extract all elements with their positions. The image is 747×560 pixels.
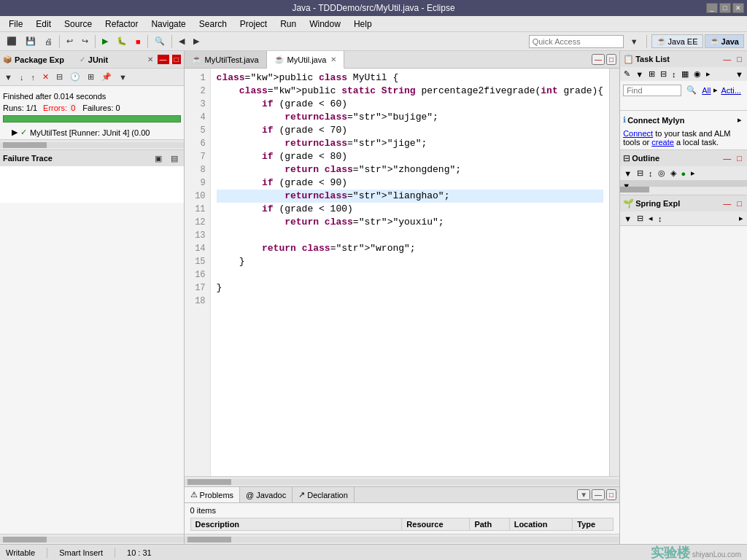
tl-more-btn[interactable]: ▼	[733, 69, 746, 80]
tl-new[interactable]: ✎	[622, 68, 632, 80]
code-line-5[interactable]: if (grade < 70)	[217, 124, 604, 137]
code-line-11[interactable]: if (grade < 100)	[217, 203, 604, 216]
junit-prev-failure[interactable]: ↑	[28, 71, 38, 83]
code-line-10[interactable]: returnclass="str">"lianghao";	[217, 190, 604, 203]
tab-myutil[interactable]: ☕ MyUtil.java ✕	[267, 51, 345, 69]
junit-tab[interactable]: JUnit	[88, 55, 144, 64]
code-line-8[interactable]: return class="str">"zhongdeng";	[217, 163, 604, 176]
spring-btn4[interactable]: ↕	[656, 213, 665, 225]
toolbar-save[interactable]: 💾	[22, 34, 39, 48]
tab-javadoc[interactable]: @ Javadoc	[240, 487, 293, 502]
myutil-tab-close[interactable]: ✕	[330, 55, 336, 63]
tl-acti[interactable]: Acti...	[721, 86, 741, 95]
junit-layout[interactable]: ⊞	[85, 71, 97, 83]
editor-horiz-scroll[interactable]	[185, 476, 620, 486]
menu-run[interactable]: Run	[274, 18, 302, 31]
spring-btn1[interactable]: ▼	[622, 213, 634, 225]
mylyn-create-link[interactable]: create	[651, 138, 674, 147]
toolbar-stop[interactable]: ■	[132, 35, 144, 48]
code-line-15[interactable]: }	[217, 255, 604, 268]
close-button[interactable]: ✕	[732, 3, 744, 13]
toolbar-print[interactable]: 🖨	[41, 35, 56, 48]
editor-vscroll[interactable]	[609, 69, 619, 476]
tl-btn7[interactable]: ▸	[704, 68, 713, 80]
editor-maximize[interactable]: □	[606, 54, 616, 65]
left-horiz-scroll-2[interactable]	[0, 534, 184, 544]
tab-myutiltest[interactable]: ☕ MyUtilTest.java	[185, 51, 267, 68]
code-line-16[interactable]	[217, 268, 604, 281]
menu-file[interactable]: File	[3, 18, 28, 31]
junit-show-errors[interactable]: ✕	[39, 71, 52, 83]
task-list-maximize[interactable]: □	[735, 53, 744, 65]
toolbar-run[interactable]: ▶	[98, 34, 112, 48]
window-controls[interactable]: _ □ ✕	[706, 3, 744, 13]
outline-btn4[interactable]: ◎	[656, 167, 667, 179]
menu-edit[interactable]: Edit	[30, 18, 57, 31]
task-list-find-input[interactable]	[623, 85, 681, 96]
code-line-12[interactable]: return class="str">"youxiu";	[217, 216, 604, 229]
tl-dropdown[interactable]: ▼	[633, 69, 646, 80]
task-list-minimize[interactable]: —	[721, 53, 733, 65]
tl-find-btn[interactable]: 🔍	[684, 84, 699, 96]
toolbar-debug[interactable]: 🐛	[113, 34, 131, 48]
outline-btn1[interactable]: ▼	[622, 168, 634, 179]
code-line-6[interactable]: returnclass="str">"jige";	[217, 137, 604, 150]
spring-btn2[interactable]: ⊟	[635, 212, 646, 225]
code-line-3[interactable]: if (grade < 60)	[217, 98, 604, 111]
outline-btn7[interactable]: ▸	[689, 167, 697, 179]
tl-btn5[interactable]: ▦	[679, 68, 691, 80]
outline-btn5[interactable]: ◈	[668, 167, 678, 179]
code-line-4[interactable]: returnclass="str">"bujige";	[217, 111, 604, 124]
toolbar-redo[interactable]: ↪	[78, 34, 92, 48]
code-line-2[interactable]: class="kw">public static String percenta…	[217, 85, 604, 98]
outline-maximize[interactable]: □	[735, 152, 744, 164]
menu-navigate[interactable]: Navigate	[145, 18, 191, 31]
restore-button[interactable]: □	[719, 3, 731, 13]
outline-horiz-scroll[interactable]	[620, 186, 747, 195]
tl-btn6[interactable]: ◉	[692, 68, 703, 80]
spring-more-btn[interactable]: ▸	[737, 212, 746, 225]
tab-declaration[interactable]: ↗ Declaration	[293, 487, 355, 502]
toolbar-search[interactable]: 🔍	[151, 34, 169, 48]
menu-source[interactable]: Source	[58, 18, 98, 31]
mylyn-connect-link[interactable]: Connect	[623, 129, 653, 138]
toolbar-forward[interactable]: ▶	[190, 34, 203, 48]
package-explorer-tab[interactable]: Package Exp	[15, 55, 71, 64]
editor-minimize[interactable]: —	[592, 54, 605, 65]
tl-all[interactable]: All	[702, 86, 711, 95]
menu-window[interactable]: Window	[303, 18, 347, 31]
bottom-minimize[interactable]: —	[592, 489, 605, 500]
code-content[interactable]: class="kw">public class MyUtil { class="…	[211, 69, 610, 476]
toolbar-new[interactable]: ⬛	[3, 34, 20, 48]
spring-minimize[interactable]: —	[721, 198, 733, 209]
code-editor[interactable]: 123456789101112131415161718 class="kw">p…	[185, 69, 620, 476]
failure-trace-btn1[interactable]: ▣	[152, 152, 165, 165]
toolbar-back[interactable]: ◀	[175, 34, 188, 48]
perspective-java[interactable]: ☕ Java	[705, 34, 744, 48]
code-line-18[interactable]	[217, 295, 604, 308]
junit-minimize[interactable]: —	[158, 55, 169, 64]
junit-rerun[interactable]: ▼	[1, 71, 15, 83]
junit-history[interactable]: 🕐	[67, 71, 83, 83]
code-line-7[interactable]: if (grade < 80)	[217, 150, 604, 163]
tl-btn3[interactable]: ⊟	[658, 68, 669, 80]
junit-test-item[interactable]: ▶ ✓ MyUtilTest [Runner: JUnit 4] (0.00	[0, 125, 184, 139]
menu-search[interactable]: Search	[193, 18, 233, 31]
code-line-14[interactable]: return class="str">"wrong";	[217, 242, 604, 255]
bottom-horiz-scroll[interactable]	[185, 534, 620, 544]
junit-maximize[interactable]: □	[172, 55, 181, 64]
outline-btn2[interactable]: ⊟	[635, 167, 646, 179]
spring-maximize[interactable]: □	[735, 198, 744, 209]
spring-btn3[interactable]: ◂	[646, 212, 655, 225]
junit-scroll[interactable]: ⊟	[53, 71, 66, 83]
junit-pin[interactable]: 📌	[98, 71, 115, 83]
quick-access-input[interactable]	[529, 35, 624, 48]
junit-next-failure[interactable]: ↓	[17, 71, 27, 83]
left-panel-close[interactable]: ✕	[147, 55, 153, 63]
minimize-button[interactable]: _	[706, 3, 718, 13]
bottom-view-menu[interactable]: ▼	[577, 489, 590, 500]
perspective-java-ee[interactable]: ☕ Java EE	[651, 34, 703, 48]
code-line-17[interactable]: }	[217, 281, 604, 295]
menu-project[interactable]: Project	[234, 18, 273, 31]
code-line-13[interactable]	[217, 229, 604, 242]
